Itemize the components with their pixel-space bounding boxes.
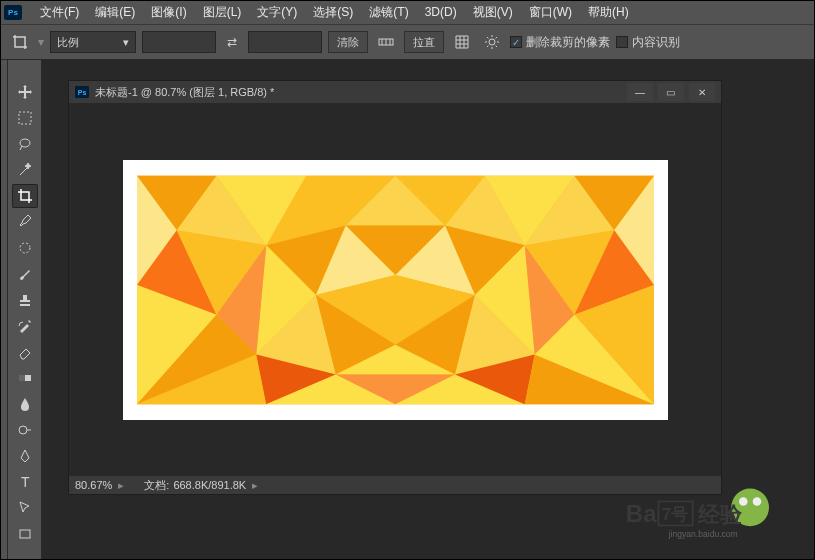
svg-text:T: T [21, 474, 30, 490]
document-titlebar[interactable]: Ps 未标题-1 @ 80.7% (图层 1, RGB/8) * — ▭ ✕ [69, 81, 721, 103]
ps-logo: Ps [4, 5, 22, 20]
delete-crop-label: 删除裁剪的像素 [526, 34, 610, 51]
move-tool[interactable] [12, 80, 38, 104]
menu-filter[interactable]: 滤镜(T) [361, 1, 416, 24]
svg-point-4 [489, 39, 495, 45]
history-brush-tool[interactable] [12, 314, 38, 338]
eyedropper-tool[interactable] [12, 210, 38, 234]
crop-tool-icon [8, 30, 32, 54]
svg-point-7 [20, 243, 30, 253]
menu-edit[interactable]: 编辑(E) [87, 1, 143, 24]
menu-view[interactable]: 视图(V) [465, 1, 521, 24]
svg-point-59 [753, 497, 762, 506]
delete-crop-checkbox[interactable]: ✓ 删除裁剪的像素 [510, 34, 610, 51]
path-select-tool[interactable] [12, 496, 38, 520]
menu-type[interactable]: 文字(Y) [249, 1, 305, 24]
canvas[interactable] [123, 160, 668, 420]
artwork-polygon [137, 174, 654, 406]
toolbox: T [8, 60, 42, 560]
svg-text:经验: 经验 [697, 502, 743, 527]
document-window: Ps 未标题-1 @ 80.7% (图层 1, RGB/8) * — ▭ ✕ [68, 80, 722, 495]
eraser-tool[interactable] [12, 340, 38, 364]
svg-point-6 [20, 139, 30, 147]
options-bar: ▾ 比例 ▾ ⇄ 清除 拉直 ✓ 删除裁剪的像素 内容识别 [0, 24, 815, 60]
canvas-viewport[interactable] [69, 103, 721, 476]
svg-point-10 [19, 426, 27, 434]
grid-icon[interactable] [450, 31, 474, 53]
chevron-right-icon[interactable]: ▸ [252, 479, 258, 492]
straighten-button[interactable]: 拉直 [404, 31, 444, 53]
menu-3d[interactable]: 3D(D) [417, 2, 465, 22]
zoom-level[interactable]: 80.67% [75, 479, 112, 491]
gradient-tool[interactable] [12, 366, 38, 390]
document-title: 未标题-1 @ 80.7% (图层 1, RGB/8) * [95, 85, 274, 100]
svg-text:7号: 7号 [662, 504, 689, 524]
svg-text:Ba: Ba [626, 500, 657, 527]
type-tool[interactable]: T [12, 470, 38, 494]
chevron-right-icon[interactable]: ▸ [118, 479, 124, 492]
svg-text:jingyan.baidu.com: jingyan.baidu.com [668, 529, 738, 539]
menu-file[interactable]: 文件(F) [32, 1, 87, 24]
maximize-button[interactable]: ▭ [658, 83, 684, 101]
content-aware-checkbox[interactable]: 内容识别 [616, 34, 680, 51]
svg-rect-9 [19, 375, 25, 381]
gear-icon[interactable] [480, 31, 504, 53]
ratio-dropdown-label: 比例 [57, 35, 79, 50]
close-button[interactable]: ✕ [689, 83, 715, 101]
svg-rect-12 [20, 530, 30, 538]
docinfo-value: 668.8K/891.8K [173, 479, 246, 491]
menu-layer[interactable]: 图层(L) [195, 1, 250, 24]
ratio-dropdown[interactable]: 比例 ▾ [50, 31, 136, 53]
blur-tool[interactable] [12, 392, 38, 416]
menu-window[interactable]: 窗口(W) [521, 1, 580, 24]
rectangle-tool[interactable] [12, 522, 38, 546]
chevron-down-icon: ▾ [38, 35, 44, 49]
minimize-button[interactable]: — [627, 83, 653, 101]
workspace: T Ps 未标题-1 @ 80.7% (图层 1, RGB/8) * — ▭ ✕ [0, 60, 815, 560]
dodge-tool[interactable] [12, 418, 38, 442]
menu-help[interactable]: 帮助(H) [580, 1, 637, 24]
docinfo-label: 文档: [144, 478, 169, 493]
content-aware-label: 内容识别 [632, 34, 680, 51]
healing-tool[interactable] [12, 236, 38, 260]
document-area: Ps 未标题-1 @ 80.7% (图层 1, RGB/8) * — ▭ ✕ [42, 60, 815, 560]
pen-tool[interactable] [12, 444, 38, 468]
swap-icon[interactable]: ⇄ [222, 35, 242, 49]
svg-rect-5 [19, 112, 31, 124]
ps-icon: Ps [75, 86, 89, 98]
panel-strip[interactable] [0, 60, 8, 560]
lasso-tool[interactable] [12, 132, 38, 156]
clear-button[interactable]: 清除 [328, 31, 368, 53]
menu-bar: Ps 文件(F) 编辑(E) 图像(I) 图层(L) 文字(Y) 选择(S) 滤… [0, 0, 815, 24]
straighten-icon[interactable] [374, 31, 398, 53]
height-field[interactable] [248, 31, 322, 53]
crop-tool[interactable] [12, 184, 38, 208]
checkbox-icon: ✓ [510, 36, 522, 48]
marquee-tool[interactable] [12, 106, 38, 130]
menu-select[interactable]: 选择(S) [305, 1, 361, 24]
brush-tool[interactable] [12, 262, 38, 286]
watermark: Ba 7号 经验 jingyan.baidu.com [613, 486, 793, 546]
menu-image[interactable]: 图像(I) [143, 1, 194, 24]
width-field[interactable] [142, 31, 216, 53]
magic-wand-tool[interactable] [12, 158, 38, 182]
stamp-tool[interactable] [12, 288, 38, 312]
chevron-down-icon: ▾ [123, 36, 129, 49]
checkbox-icon [616, 36, 628, 48]
